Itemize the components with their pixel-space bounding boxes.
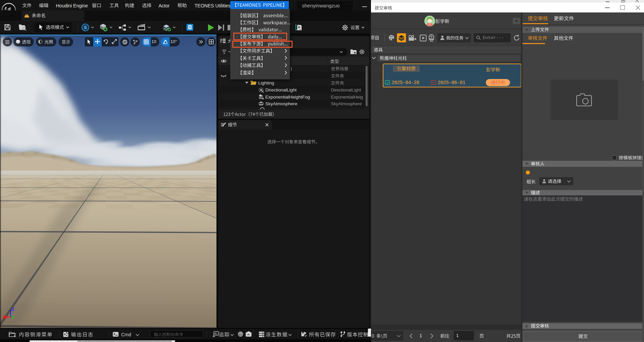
svg-text:Y: Y bbox=[12, 315, 15, 320]
svg-text:S: S bbox=[84, 25, 87, 30]
svg-text:Z: Z bbox=[12, 307, 14, 312]
